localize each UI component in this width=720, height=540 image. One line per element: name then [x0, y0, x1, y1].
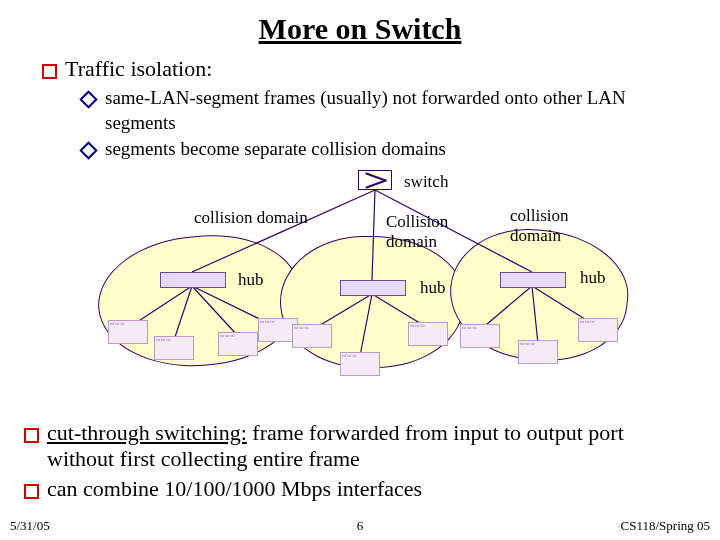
host-icon: txt txt txt	[108, 320, 148, 344]
hub-label: hub	[420, 278, 446, 298]
host-icon: txt txt txt	[578, 318, 618, 342]
footer-page-number: 6	[357, 518, 364, 534]
host-icon: txt txt txt	[340, 352, 380, 376]
svg-line-8	[360, 294, 372, 356]
collision-domain-label: Collision domain	[386, 212, 466, 252]
svg-line-0	[192, 190, 375, 272]
svg-line-5	[192, 286, 238, 336]
network-diagram: txt txt txt txt txt txt txt txt txt txt …	[90, 168, 630, 388]
subbullet-same-lan: same-LAN-segment frames (usually) not fo…	[80, 86, 696, 135]
hub-icon	[340, 280, 406, 296]
host-icon: txt txt txt	[518, 340, 558, 364]
switch-label: switch	[404, 172, 448, 192]
square-bullet-icon	[24, 484, 39, 499]
host-icon: txt txt txt	[292, 324, 332, 348]
bullet-text: Traffic isolation:	[65, 56, 212, 82]
host-icon: txt txt txt	[154, 336, 194, 360]
square-bullet-icon	[24, 428, 39, 443]
host-icon: txt txt txt	[460, 324, 500, 348]
host-icon: txt txt txt	[408, 322, 448, 346]
slide: More on Switch Traffic isolation: same-L…	[0, 0, 720, 540]
bullet-underline: cut-through switching:	[47, 420, 247, 445]
slide-title: More on Switch	[24, 12, 696, 46]
svg-line-1	[372, 190, 375, 280]
switch-icon	[358, 170, 392, 190]
bullet-cut-through: cut-through switching: frame forwarded f…	[24, 420, 696, 472]
footer-course: CS118/Spring 05	[621, 518, 710, 534]
hub-label: hub	[580, 268, 606, 288]
bullet-text: segments become separate collision domai…	[105, 137, 446, 162]
diamond-bullet-icon	[79, 142, 97, 160]
svg-line-4	[174, 286, 192, 340]
svg-line-11	[532, 286, 538, 344]
collision-domain-label: collision domain	[194, 208, 308, 228]
subbullet-segments: segments become separate collision domai…	[80, 137, 696, 162]
bullet-traffic-isolation: Traffic isolation:	[42, 56, 696, 82]
hub-label: hub	[238, 270, 264, 290]
collision-domain-label: collision domain	[510, 206, 590, 246]
bullet-text: cut-through switching: frame forwarded f…	[47, 420, 696, 472]
bullet-text: same-LAN-segment frames (usually) not fo…	[105, 86, 696, 135]
lower-bullets: cut-through switching: frame forwarded f…	[24, 416, 696, 506]
diamond-bullet-icon	[79, 90, 97, 108]
bullet-text: can combine 10/100/1000 Mbps interfaces	[47, 476, 422, 502]
footer: 5/31/05 6 CS118/Spring 05	[10, 518, 710, 534]
square-bullet-icon	[42, 64, 57, 79]
hub-icon	[160, 272, 226, 288]
host-icon: txt txt txt	[218, 332, 258, 356]
hub-icon	[500, 272, 566, 288]
bullet-combine-speeds: can combine 10/100/1000 Mbps interfaces	[24, 476, 696, 502]
footer-date: 5/31/05	[10, 518, 50, 534]
